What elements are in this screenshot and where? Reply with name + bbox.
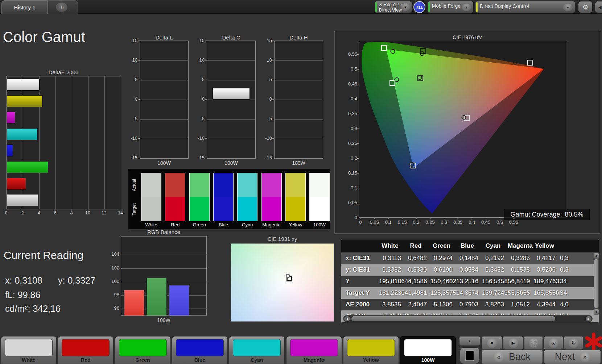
delta_h-x-label: 100W bbox=[274, 160, 323, 166]
chevron-down-icon[interactable]: ▼ bbox=[563, 4, 573, 11]
y-tick-label: 0,45 bbox=[343, 81, 357, 87]
scroll-up-icon[interactable]: ▲ bbox=[594, 253, 599, 259]
stop-button[interactable]: ■ bbox=[481, 336, 502, 350]
play-button[interactable]: ▶ bbox=[503, 336, 523, 350]
pattern-swatch bbox=[404, 339, 452, 356]
swatch-label: Red bbox=[162, 222, 188, 227]
scrollbar-thumb[interactable] bbox=[594, 259, 598, 308]
pattern-button-cyan[interactable]: Cyan bbox=[229, 336, 285, 364]
pattern-button-white[interactable]: White bbox=[1, 336, 57, 364]
target-swatch bbox=[165, 197, 185, 221]
table-vertical-scrollbar[interactable]: ▲ ▼ bbox=[594, 253, 599, 315]
y-tick-label: 15 bbox=[125, 38, 137, 43]
reading-y: y: 0,3327 bbox=[58, 275, 95, 286]
tick-mark bbox=[402, 218, 403, 219]
y-tick-label: 0,1 bbox=[343, 185, 357, 191]
gridline bbox=[121, 255, 206, 255]
pattern-window-icon bbox=[465, 350, 474, 361]
scroll-left-icon[interactable]: ◀ bbox=[344, 316, 350, 321]
refresh-icon: ↻ bbox=[569, 338, 578, 348]
collapse-panel-button[interactable]: ◀ bbox=[595, 1, 602, 13]
tick-mark bbox=[138, 158, 140, 158]
pattern-button-blue[interactable]: Blue bbox=[172, 336, 228, 364]
x-tick-label: 0 bbox=[354, 219, 367, 225]
x-tick-label: 0,3 bbox=[437, 219, 450, 225]
table-cell: 0,3330 bbox=[405, 266, 430, 273]
bar-green bbox=[147, 278, 167, 315]
cie1931-chart bbox=[231, 243, 334, 322]
scroll-right-icon[interactable]: ▶ bbox=[586, 316, 591, 321]
plus-icon[interactable]: + bbox=[56, 3, 67, 12]
gridline bbox=[104, 76, 105, 209]
swatch-label: White bbox=[139, 222, 164, 227]
bar-100w bbox=[7, 79, 40, 91]
pattern-button-yellow[interactable]: Yellow bbox=[343, 336, 399, 364]
table-cell: 0,1484 bbox=[456, 255, 482, 262]
bar-blue bbox=[7, 145, 13, 156]
swatch-label: Magenta bbox=[259, 222, 284, 227]
row-label: Y bbox=[341, 278, 379, 285]
table-cell: 0,4217 bbox=[533, 255, 559, 262]
table-cell: 44,1586 bbox=[405, 278, 430, 285]
table-row: Target Y181,223041,4981125,357514,367413… bbox=[341, 287, 599, 299]
bar-red bbox=[7, 178, 26, 190]
current-reading-title: Current Reading bbox=[4, 249, 83, 262]
y-tick-label: 0,25 bbox=[343, 141, 357, 146]
chevron-down-icon[interactable]: ▼ bbox=[401, 3, 410, 11]
tick-mark bbox=[138, 99, 140, 100]
pattern-size-button[interactable]: [↔] bbox=[524, 336, 543, 350]
chevron-left-icon: ◀ bbox=[598, 5, 601, 10]
scrollbar-thumb[interactable] bbox=[351, 316, 555, 321]
table-row: ΔE 20003,85352,40475,13060,79033,82631,0… bbox=[341, 299, 599, 310]
settings-button[interactable]: ⚙ bbox=[578, 1, 593, 13]
gamut-coverage-value: 80,5% bbox=[565, 211, 584, 218]
table-cell: 4,3944 bbox=[533, 301, 559, 308]
tick-mark bbox=[138, 119, 140, 119]
tick-mark bbox=[357, 218, 359, 218]
table-cell: 0,3332 bbox=[379, 266, 405, 273]
pattern-button-magenta[interactable]: Magenta bbox=[286, 336, 342, 364]
target-swatch bbox=[238, 197, 257, 221]
reading-x: x: 0,3108 bbox=[5, 275, 42, 286]
swatch-100w bbox=[309, 173, 330, 221]
y-tick-label: 96 bbox=[107, 305, 119, 311]
target-swatch bbox=[190, 197, 209, 221]
loop-button[interactable]: ∞ bbox=[544, 336, 563, 350]
table-cell: 41,4981 bbox=[405, 289, 430, 297]
x-tick-label: 12 bbox=[99, 210, 110, 216]
delta_h-title: Delta H bbox=[274, 34, 323, 41]
gridline bbox=[275, 139, 323, 139]
pattern-button-green[interactable]: Green bbox=[115, 336, 171, 364]
source-status-strip bbox=[428, 2, 430, 12]
delta_c-title: Delta C bbox=[207, 34, 256, 41]
chevron-down-icon[interactable]: ▼ bbox=[462, 4, 471, 11]
table-cell: 0,6482 bbox=[405, 255, 430, 262]
gridline bbox=[275, 80, 323, 80]
y-tick-label: 15 bbox=[260, 38, 272, 43]
table-cell: 5,1306 bbox=[430, 301, 456, 308]
error-asterisk-icon bbox=[585, 332, 602, 352]
pattern-button-red[interactable]: Red bbox=[58, 336, 114, 364]
display-control-dropdown[interactable]: Direct Display Control ▼ bbox=[475, 1, 575, 13]
pattern-button-100w[interactable]: 100W bbox=[400, 336, 456, 364]
table-cell: 56,8419 bbox=[508, 278, 533, 285]
pattern-window-button[interactable] bbox=[460, 347, 479, 364]
delta_h-chart bbox=[274, 41, 323, 159]
gamut-coverage-label: Gamut Coverage: bbox=[510, 211, 562, 218]
y-tick-label: 0,3 bbox=[343, 126, 357, 131]
table-horizontal-scrollbar[interactable]: ◀ ▶ bbox=[343, 315, 593, 322]
source-dropdown[interactable]: Mobile Forge ▼ bbox=[427, 1, 474, 13]
refresh-button[interactable]: ↻ bbox=[564, 336, 583, 350]
table-cell-clipped: 4,0 bbox=[559, 301, 576, 308]
gridline bbox=[121, 76, 121, 209]
table-row: y: CIE310,33320,33300,61900,05840,34320,… bbox=[341, 264, 599, 276]
tab-history[interactable]: History 1 bbox=[1, 0, 48, 14]
tick-mark bbox=[138, 80, 140, 80]
add-tab-button[interactable]: + bbox=[48, 0, 78, 14]
pattern-panel-expand-button[interactable]: ▲ bbox=[459, 336, 480, 346]
next-button[interactable]: Next » bbox=[544, 350, 601, 364]
scroll-down-icon[interactable]: ▼ bbox=[594, 309, 599, 315]
back-button[interactable]: « Back bbox=[481, 350, 543, 364]
tick-mark bbox=[500, 218, 500, 219]
tick-mark bbox=[272, 80, 274, 80]
